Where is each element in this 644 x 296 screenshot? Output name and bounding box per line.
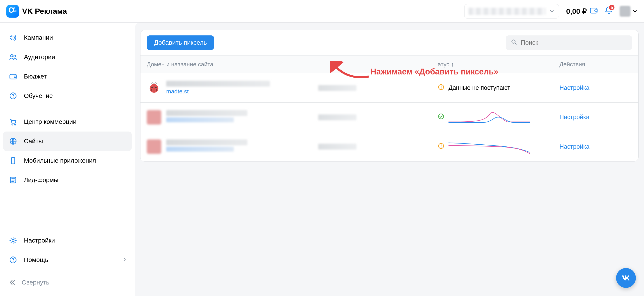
- vk-icon: [621, 273, 631, 283]
- sidebar-item-audiences[interactable]: Аудитории: [3, 47, 132, 67]
- megaphone-icon: [8, 33, 18, 42]
- status-icon: [438, 84, 444, 92]
- balance-amount: 0,00 ₽: [566, 7, 587, 16]
- site-favicon: [147, 81, 161, 95]
- avatar: [620, 6, 630, 17]
- sidebar-item-budget[interactable]: Бюджет: [3, 67, 132, 86]
- svg-rect-6: [14, 76, 16, 77]
- account-name-redacted: [468, 8, 546, 15]
- gear-icon: [8, 236, 18, 245]
- form-icon: [8, 176, 18, 185]
- svg-point-18: [512, 40, 515, 43]
- site-domain-link[interactable]: madte.st: [166, 88, 270, 95]
- svg-point-9: [12, 124, 13, 125]
- sites-table: Нажимаем «Добавить пиксель» Домен и назв…: [140, 55, 638, 161]
- svg-point-25: [440, 88, 441, 89]
- wallet-icon: [590, 6, 598, 17]
- main-content: Добавить пиксель: [135, 23, 644, 296]
- status-icon: [438, 143, 444, 151]
- sidebar-item-label: Центр коммерции: [24, 118, 76, 125]
- site-domain-redacted: [166, 117, 234, 122]
- account-selector[interactable]: [464, 4, 559, 19]
- brand[interactable]: VK Реклама: [6, 5, 67, 18]
- add-pixel-button[interactable]: Добавить пиксель: [147, 36, 214, 50]
- search-icon: [511, 39, 517, 47]
- svg-rect-1: [590, 8, 597, 13]
- sidebar-collapse-label: Свернуть: [22, 279, 50, 286]
- sidebar-item-label: Сайты: [24, 138, 43, 145]
- sidebar-item-sites[interactable]: Сайты: [3, 132, 132, 151]
- chevron-down-icon: [549, 8, 555, 14]
- site-favicon-redacted: [147, 139, 161, 154]
- notification-badge: 5: [608, 4, 615, 11]
- configure-link[interactable]: Настройка: [560, 114, 590, 120]
- table-row: madte.stДанные не поступаютНастройка: [140, 73, 638, 103]
- th-actions: Действия: [560, 61, 632, 68]
- svg-point-8: [13, 97, 14, 98]
- chevron-right-icon: [122, 256, 127, 263]
- svg-point-17: [13, 261, 14, 262]
- sidebar-item-label: Бюджет: [24, 73, 47, 80]
- balance[interactable]: 0,00 ₽: [566, 6, 598, 17]
- site-name-redacted: [166, 110, 247, 116]
- configure-link[interactable]: Настройка: [560, 84, 590, 91]
- svg-point-22: [151, 89, 152, 91]
- help-circle-icon: [8, 91, 18, 100]
- chevron-double-left-icon: [8, 279, 16, 286]
- sidebar-item-commerce[interactable]: Центр коммерции: [3, 112, 132, 132]
- th-status[interactable]: атус ↑: [438, 61, 555, 68]
- wallet-icon: [8, 72, 18, 81]
- sidebar-item-label: Кампании: [24, 34, 53, 41]
- status-text: Данные не поступают: [448, 84, 510, 91]
- brand-title: VK Реклама: [22, 7, 67, 16]
- site-domain-redacted: [166, 147, 234, 152]
- sidebar-item-label: Обучение: [24, 92, 53, 100]
- site-favicon-redacted: [147, 110, 161, 125]
- sidebar-collapse[interactable]: Свернуть: [3, 274, 132, 290]
- sidebar-separator: [8, 109, 126, 109]
- notifications-button[interactable]: 5: [604, 6, 613, 17]
- sidebar-item-settings[interactable]: Настройки: [3, 231, 132, 250]
- svg-point-4: [14, 55, 16, 57]
- sidebar-item-label: Помощь: [24, 256, 48, 263]
- sidebar-item-help[interactable]: Помощь: [3, 250, 132, 270]
- user-menu[interactable]: [620, 6, 638, 17]
- event-value-redacted: [318, 114, 356, 120]
- svg-point-23: [156, 89, 157, 91]
- header: VK Реклама 0,00 ₽ 5: [0, 0, 644, 23]
- sidebar-item-label: Мобильные приложения: [24, 157, 96, 164]
- sidebar-item-apps[interactable]: Мобильные приложения: [3, 151, 132, 170]
- sites-panel: Добавить пиксель: [140, 30, 638, 162]
- sidebar-item-leadforms[interactable]: Лид-формы: [3, 170, 132, 190]
- cart-icon: [8, 117, 18, 126]
- users-icon: [8, 53, 18, 62]
- svg-point-20: [151, 86, 153, 88]
- configure-link[interactable]: Настройка: [560, 143, 590, 150]
- sidebar-item-learning[interactable]: Обучение: [3, 86, 132, 106]
- svg-point-21: [155, 86, 157, 88]
- svg-point-28: [440, 147, 441, 148]
- event-value-redacted: [318, 144, 356, 150]
- svg-point-10: [15, 124, 16, 125]
- globe-icon: [8, 137, 18, 146]
- search-input[interactable]: [520, 39, 627, 47]
- brand-logo-icon: [6, 5, 19, 18]
- th-domain[interactable]: Домен и название сайта: [147, 61, 314, 68]
- table-header: Домен и название сайта атус ↑ Действия: [140, 55, 638, 73]
- chat-fab[interactable]: [616, 268, 636, 288]
- panel-toolbar: Добавить пиксель: [140, 30, 638, 55]
- search-box[interactable]: [506, 36, 632, 50]
- status-icon: [438, 113, 444, 121]
- sidebar-item-label: Аудитории: [24, 54, 55, 61]
- sidebar-item-campaigns[interactable]: Кампании: [3, 28, 132, 47]
- svg-point-15: [12, 240, 14, 242]
- site-name-redacted: [166, 81, 270, 87]
- sidebar-item-label: Лид-формы: [24, 176, 58, 184]
- table-row: Настройка: [140, 103, 638, 132]
- svg-point-3: [10, 55, 13, 57]
- chevron-down-icon: [632, 9, 638, 14]
- event-value-redacted: [318, 85, 356, 91]
- site-name-redacted: [166, 139, 247, 145]
- svg-rect-5: [10, 74, 16, 79]
- sidebar-item-label: Настройки: [24, 237, 55, 244]
